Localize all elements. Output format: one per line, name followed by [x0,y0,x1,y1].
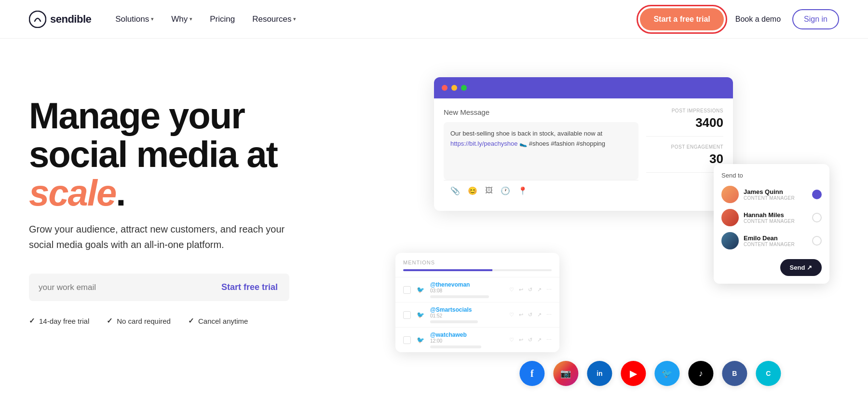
compose-left: New Message Our best-selling shoe is bac… [444,108,638,201]
stats-panel: POST IMPRESSIONS 3400 POST ENGAGEMENT 30 [646,108,723,201]
tiktok-icon[interactable]: ♪ [688,361,713,386]
retweet-icon[interactable]: ↺ [528,287,532,293]
like-icon[interactable]: ♡ [509,337,514,343]
share-icon[interactable]: ↗ [537,312,542,318]
location-icon[interactable]: 📍 [518,186,528,195]
check-icon: ✓ [188,317,194,325]
mention-row-3: 🐦 @watchaweb 12:00 ♡ ↩ ↺ ↗ ⋯ [395,327,559,352]
attachment-icon[interactable]: 📎 [450,186,460,195]
retweet-icon[interactable]: ↺ [528,337,532,343]
mention-text-bar [430,320,478,323]
reply-icon[interactable]: ↩ [519,312,523,318]
image-icon[interactable]: 🖼 [485,186,493,195]
share-icon[interactable]: ↗ [537,337,542,343]
emoji-icon[interactable]: 😊 [468,186,477,195]
post-engagement-stat: POST ENGAGEMENT 30 [646,144,723,173]
share-icon[interactable]: ↗ [537,287,542,293]
twitter-icon-small: 🐦 [417,311,424,318]
mentions-header: MENTIONS [395,253,559,269]
compose-link[interactable]: https://bit.ly/peachyshoe [450,140,517,147]
book-demo-link[interactable]: Book a demo [735,15,781,24]
reply-icon[interactable]: ↩ [519,287,523,293]
start-trial-button[interactable]: Start a free trial [640,8,723,30]
mentions-progress-bar [403,269,552,271]
new-message-label: New Message [444,108,638,116]
mention-row-1: 🐦 @thenevoman 03:08 ♡ ↩ ↺ ↗ ⋯ [395,277,559,302]
instagram-icon[interactable]: 📷 [553,361,578,386]
mention-content-3: @watchaweb 12:00 [430,331,503,348]
send-to-hannah: Hannah Miles CONTENT MANAGER [721,209,822,226]
send-to-panel: Send to James Quinn CONTENT MANAGER Hann… [714,164,829,284]
compose-window: New Message Our best-selling shoe is bac… [434,77,733,211]
mentions-panel: MENTIONS 🐦 @thenevoman 03:08 ♡ ↩ ↺ ↗ ⋯ [395,253,559,352]
avatar-james [721,186,739,203]
chevron-down-icon: ▾ [151,16,154,22]
twitter-icon-small: 🐦 [417,336,424,344]
twitter-icon[interactable]: 🐦 [654,361,679,386]
linkedin-icon[interactable]: in [587,361,612,386]
radio-selected-james[interactable] [812,190,822,199]
nav-solutions[interactable]: Solutions ▾ [115,14,154,24]
hero-left: Manage your social media at scale. Grow … [29,77,357,325]
more-icon[interactable]: ⋯ [546,337,552,343]
person-emilo-info: Emilo Dean CONTENT MANAGER [744,234,807,247]
close-dot [442,85,448,91]
hero-right: New Message Our best-selling shoe is bac… [357,77,839,396]
post-impressions-stat: POST IMPRESSIONS 3400 [646,108,723,137]
chevron-down-icon: ▾ [190,16,192,22]
logo[interactable]: sendible [29,11,91,28]
more-icon[interactable]: ⋯ [546,287,552,293]
check-icon: ✓ [29,317,35,325]
cx-icon[interactable]: C [756,361,781,386]
send-button[interactable]: Send ↗ [780,259,822,276]
mention-checkbox[interactable] [403,336,411,344]
email-input[interactable] [39,283,214,292]
maximize-dot [461,85,467,91]
more-icon[interactable]: ⋯ [546,312,552,318]
mention-checkbox[interactable] [403,311,411,319]
compose-area: New Message Our best-selling shoe is bac… [434,98,733,211]
nav-pricing[interactable]: Pricing [210,14,235,24]
mention-content-2: @Smartsocials 01:52 [430,306,503,323]
svg-point-0 [29,11,46,28]
buffer-icon[interactable]: B [722,361,747,386]
trust-item-no-card: ✓ No card required [107,317,171,325]
like-icon[interactable]: ♡ [509,312,514,318]
compose-text-area[interactable]: Our best-selling shoe is back in stock, … [444,122,638,180]
radio-empty-emilo[interactable] [812,236,822,246]
hero-section: Manage your social media at scale. Grow … [0,39,868,413]
trust-badges: ✓ 14-day free trial ✓ No card required ✓… [29,317,357,325]
nav-why[interactable]: Why ▾ [171,14,192,24]
start-free-trial-button[interactable]: Start free trial [214,277,285,297]
chevron-down-icon: ▾ [293,16,296,22]
hero-heading: Manage your social media at scale. [29,96,357,212]
mention-actions-1: ♡ ↩ ↺ ↗ ⋯ [509,287,552,293]
stats-block: POST IMPRESSIONS 3400 POST ENGAGEMENT 30 [646,108,723,173]
person-hannah-info: Hannah Miles CONTENT MANAGER [744,211,807,224]
retweet-icon[interactable]: ↺ [528,312,532,318]
nav-actions: Start a free trial Book a demo Sign in [640,8,839,30]
like-icon[interactable]: ♡ [509,287,514,293]
nav-resources[interactable]: Resources ▾ [252,14,296,24]
mention-checkbox[interactable] [403,286,411,294]
mention-text-bar [430,295,489,298]
mention-actions-3: ♡ ↩ ↺ ↗ ⋯ [509,337,552,343]
navbar: sendible Solutions ▾ Why ▾ Pricing Resou… [0,0,868,39]
schedule-icon[interactable]: 🕐 [501,186,510,195]
minimize-dot [451,85,457,91]
mention-text-bar [430,345,481,348]
trust-item-cancel: ✓ Cancel anytime [188,317,248,325]
hero-subtext: Grow your audience, attract new customer… [29,221,309,252]
youtube-icon[interactable]: ▶ [621,361,646,386]
logo-icon [29,11,46,28]
avatar-emilo [721,232,739,249]
person-james-info: James Quinn CONTENT MANAGER [744,188,807,201]
reply-icon[interactable]: ↩ [519,337,523,343]
facebook-icon[interactable]: f [519,361,544,386]
send-to-label: Send to [721,172,822,179]
sign-in-button[interactable]: Sign in [792,9,839,29]
email-form: Start free trial [29,274,289,301]
mention-actions-2: ♡ ↩ ↺ ↗ ⋯ [509,312,552,318]
twitter-icon-small: 🐦 [417,286,424,293]
radio-empty-hannah[interactable] [812,213,822,222]
